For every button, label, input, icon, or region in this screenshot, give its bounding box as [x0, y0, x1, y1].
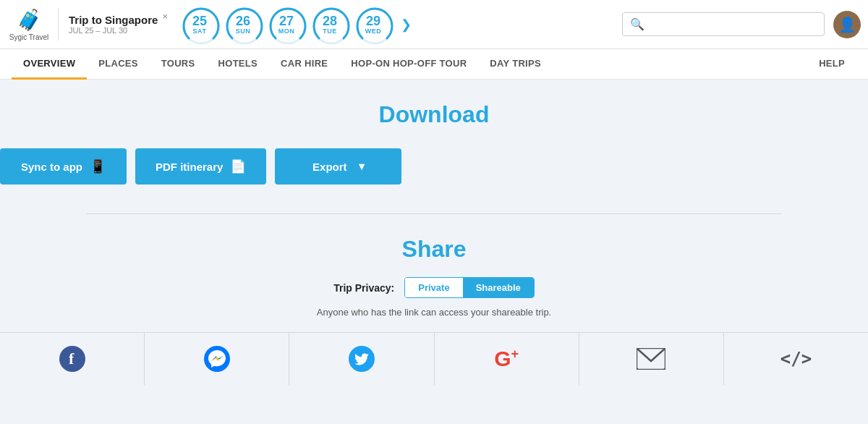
main-content: Download Sync to app 📱 PDF itinerary 📄 E…: [0, 80, 868, 424]
day-label: TUE: [323, 27, 337, 35]
close-button[interactable]: ×: [162, 11, 168, 22]
nav-tab-overview[interactable]: OVERVIEW: [12, 49, 87, 80]
privacy-row: Trip Privacy: Private Shareable: [0, 277, 868, 298]
share-title: Share: [0, 236, 868, 263]
embed-icon: </>: [780, 349, 812, 369]
trip-dates: JUL 25 – JUL 30: [69, 26, 163, 35]
day-label: SUN: [236, 27, 251, 35]
day-num: 29: [366, 14, 380, 27]
messenger-icon: ⚡: [204, 346, 230, 372]
download-buttons: Sync to app 📱 PDF itinerary 📄 Export ▾: [0, 148, 868, 185]
shareable-button[interactable]: Shareable: [463, 278, 534, 297]
private-button[interactable]: Private: [405, 278, 462, 297]
download-section: Download Sync to app 📱 PDF itinerary 📄 E…: [0, 101, 868, 206]
nav-tab-help[interactable]: HELP: [807, 49, 856, 80]
day-circle-tue[interactable]: 28 TUE: [311, 6, 349, 43]
facebook-icon: f: [59, 346, 85, 372]
messenger-share-button[interactable]: ⚡: [145, 333, 289, 385]
brand: 🧳 Sygic Travel: [7, 8, 58, 41]
sync-to-app-button[interactable]: Sync to app 📱: [0, 148, 127, 185]
trip-info: × Trip to Singapore JUL 25 – JUL 30: [58, 8, 174, 41]
days-nav-arrow[interactable]: ❯: [398, 17, 414, 33]
share-description: Anyone who has the link can access your …: [0, 307, 868, 318]
email-icon: [637, 348, 665, 370]
pdf-icon: 📄: [230, 158, 246, 174]
day-circle-sat[interactable]: 25 SAT: [181, 6, 218, 43]
google-plus-icon: G+: [494, 347, 519, 371]
pdf-itinerary-button[interactable]: PDF itinerary 📄: [135, 148, 266, 185]
email-share-button[interactable]: [579, 333, 724, 385]
day-circle-mon[interactable]: 27 MON: [268, 6, 305, 43]
nav-tabs: OVERVIEWPLACESTOURSHOTELSCAR HIREHOP-ON …: [0, 49, 868, 80]
export-chevron-icon: ▾: [359, 160, 365, 173]
day-label: WED: [365, 27, 382, 35]
nav-tab-tours[interactable]: TOURS: [150, 49, 207, 80]
trip-privacy-label: Trip Privacy:: [333, 282, 394, 294]
nav-tab-day-trips[interactable]: DAY TRIPS: [478, 49, 553, 80]
nav-tab-hotels[interactable]: HOTELS: [207, 49, 270, 80]
nav-tab-places[interactable]: PLACES: [87, 49, 150, 80]
section-divider: [87, 213, 781, 214]
avatar-image: 👤: [838, 16, 856, 33]
export-button[interactable]: Export ▾: [275, 148, 401, 185]
day-num: 27: [279, 14, 294, 27]
day-num: 26: [236, 14, 250, 27]
search-bar[interactable]: 🔍: [622, 12, 825, 36]
nav-tab-car-hire[interactable]: CAR HIRE: [269, 49, 339, 80]
avatar[interactable]: 👤: [833, 11, 861, 38]
header: 🧳 Sygic Travel × Trip to Singapore JUL 2…: [0, 0, 868, 49]
day-num: 25: [192, 14, 207, 27]
day-label: SAT: [193, 27, 207, 35]
social-icons-row: f ⚡ G+: [0, 332, 868, 385]
svg-text:f: f: [69, 349, 75, 368]
embed-share-button[interactable]: </>: [724, 333, 868, 385]
days-navigation: 25 SAT 26 SUN 27 MON 28 TUE: [174, 6, 622, 43]
twitter-share-button[interactable]: [289, 333, 434, 385]
privacy-toggle[interactable]: Private Shareable: [404, 277, 535, 298]
day-num: 28: [323, 14, 337, 27]
day-circle-sun[interactable]: 26 SUN: [224, 6, 262, 43]
trip-title: Trip to Singapore: [69, 14, 163, 26]
day-label: MON: [278, 27, 295, 35]
google-plus-share-button[interactable]: G+: [435, 333, 579, 385]
day-circle-wed[interactable]: 29 WED: [354, 6, 392, 43]
pdf-label: PDF itinerary: [156, 161, 223, 173]
export-label: Export: [312, 161, 347, 173]
phone-icon: 📱: [90, 158, 106, 174]
brand-label: Sygic Travel: [9, 33, 48, 41]
sync-label: Sync to app: [21, 161, 82, 173]
search-icon: 🔍: [630, 17, 644, 31]
nav-tab-hop-on-hop-off-tour[interactable]: HOP-ON HOP-OFF TOUR: [339, 49, 478, 80]
search-input[interactable]: [649, 19, 817, 30]
share-section: Share Trip Privacy: Private Shareable An…: [0, 236, 868, 385]
brand-icon: 🧳: [17, 8, 42, 32]
facebook-share-button[interactable]: f: [0, 333, 145, 385]
twitter-icon: [349, 346, 375, 372]
download-title: Download: [0, 101, 868, 128]
